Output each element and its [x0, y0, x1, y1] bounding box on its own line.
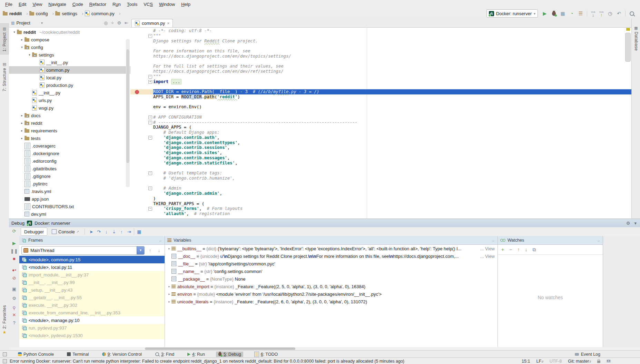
fold-marker-icon[interactable]: −: [148, 207, 152, 211]
editor-gutter[interactable]: [130, 54, 153, 59]
variable-row[interactable]: ▸absolute_import = {instance} _Feature: …: [165, 283, 498, 290]
fold-marker-icon[interactable]: +: [148, 80, 152, 84]
locate-icon[interactable]: ◎: [104, 20, 108, 26]
editor-gutter[interactable]: [130, 59, 153, 64]
add-watch-icon[interactable]: +: [501, 247, 504, 252]
step-into-my-code-icon[interactable]: ⇣: [110, 229, 118, 234]
readonly-lock-icon[interactable]: [597, 361, 600, 363]
commit-changes-icon[interactable]: VCS↑: [598, 10, 604, 17]
editor-line[interactable]: https://docs.djangoproject.com/en/dev/to…: [130, 54, 631, 59]
frame-row[interactable]: <module>, common.py:15: [19, 256, 165, 263]
fold-marker-icon[interactable]: ⌐: [148, 121, 152, 124]
menu-window[interactable]: Window: [156, 1, 178, 8]
editor-line[interactable]: [130, 110, 631, 115]
breadcrumb-item-reddit[interactable]: reddit: [3, 11, 28, 16]
editor-gutter[interactable]: [130, 155, 153, 161]
tool-tab-find[interactable]: 3: Find: [153, 352, 176, 357]
stop-icon[interactable]: ■: [9, 256, 19, 261]
frame-row[interactable]: <module>, local.py:11: [19, 263, 165, 271]
view-breakpoints-icon[interactable]: ●•: [9, 267, 19, 273]
tool-windows-icon[interactable]: [3, 352, 7, 356]
editor-line[interactable]: For more information on this file, see: [130, 49, 631, 54]
variable-row[interactable]: __name__ = {str} 'config.settings.common…: [165, 267, 498, 275]
tree-item-tests[interactable]: ▸tests: [9, 134, 130, 142]
tree-closed-arrow-icon[interactable]: ▸: [19, 121, 24, 125]
close-tab-icon[interactable]: ×: [167, 21, 169, 26]
settings-icon[interactable]: ⚙: [9, 296, 19, 301]
sidebar-item-structure[interactable]: ▤ 7: Structure: [0, 60, 9, 94]
pin-icon[interactable]: ⚲: [9, 305, 19, 311]
search-everywhere-icon[interactable]: [628, 10, 635, 17]
view-link[interactable]: ... View: [479, 252, 495, 260]
editor-gutter[interactable]: ⌐: [130, 120, 153, 125]
editor-gutter[interactable]: [130, 89, 153, 94]
menu-refactor[interactable]: Refactor: [86, 1, 109, 8]
editor-line[interactable]: +import ...: [130, 79, 631, 84]
expand-arrow-icon[interactable]: ▸: [167, 300, 171, 303]
editor-line[interactable]: [130, 181, 631, 186]
editor-line[interactable]: ⌐# -------------------------------------…: [130, 120, 631, 125]
tool-tab-todo[interactable]: 6: TODO: [252, 351, 280, 357]
encoding-widget[interactable]: UTF-8: [550, 359, 562, 364]
tree-item-production-py[interactable]: production.py: [9, 81, 130, 89]
mute-breakpoints-icon[interactable]: ⊘: [9, 275, 19, 281]
editor-line[interactable]: − 'crispy_forms', # Form layouts: [130, 206, 631, 211]
float-variables-icon[interactable]: →: [491, 238, 495, 242]
variable-row[interactable]: ▸environ = {module} <module 'environ' fr…: [165, 290, 498, 298]
tree-item-app-json[interactable]: app.json: [9, 195, 130, 203]
frame-row[interactable]: run, pydevd.py:937: [19, 324, 165, 332]
editor-line[interactable]: ⌐""": [130, 74, 631, 79]
pause-icon[interactable]: ❚❚: [9, 249, 19, 254]
editor-tab-common-py[interactable]: common.py ×: [131, 19, 173, 27]
tree-item-CONTRIBUTORS-txt[interactable]: CONTRIBUTORS.txt: [9, 203, 130, 210]
editor-gutter[interactable]: [130, 165, 153, 171]
tree-item-reddit[interactable]: ▾reddit ~/cookiecutter/reddit: [9, 28, 130, 36]
editor-gutter[interactable]: [130, 49, 153, 54]
recent-changes-icon[interactable]: ◷: [607, 10, 613, 17]
editor-gutter[interactable]: [130, 130, 153, 135]
editor-line[interactable]: [130, 84, 631, 89]
editor-gutter[interactable]: [130, 69, 153, 74]
run-dashboard-icon[interactable]: ☰: [577, 10, 584, 17]
frame-row[interactable]: execute, __init__.py:302: [19, 301, 165, 309]
line-separator-widget[interactable]: LF⇵: [536, 359, 543, 364]
editor-gutter[interactable]: [130, 196, 153, 201]
fold-marker-icon[interactable]: −: [148, 171, 152, 175]
rollback-icon[interactable]: ↶: [616, 10, 622, 17]
variable-row[interactable]: ▸unicode_literals = {instance} _Feature:…: [165, 298, 498, 305]
editor-gutter[interactable]: [130, 145, 153, 150]
editor-gutter[interactable]: [130, 39, 153, 44]
tool-tab-terminal[interactable]: Terminal: [65, 352, 91, 357]
editor-line[interactable]: APPS_DIR = ROOT_DIR.path('reddit'): [130, 94, 631, 100]
tree-item--dockerignore[interactable]: .dockerignore: [9, 150, 130, 157]
tree-open-arrow-icon[interactable]: ▾: [27, 53, 32, 57]
tree-item-requirements[interactable]: ▸requirements: [9, 127, 130, 134]
fold-marker-icon[interactable]: −: [148, 34, 152, 38]
editor-line[interactable]: [130, 165, 631, 171]
sidebar-item-database[interactable]: ▦ Database: [632, 21, 640, 55]
editor-line[interactable]: 'django.contrib.staticfiles',: [130, 161, 631, 166]
editor-line[interactable]: # -*- coding: utf-8 -*-: [130, 28, 631, 33]
sidebar-item-project[interactable]: ▥ 1: Project: [0, 23, 9, 55]
fold-marker-icon[interactable]: −: [148, 115, 152, 119]
editor-line[interactable]: − # Admin: [130, 186, 631, 191]
editor-line[interactable]: −""": [130, 33, 631, 39]
editor-line[interactable]: env = environ.Env(): [130, 104, 631, 110]
breadcrumb-item-settings[interactable]: settings: [55, 11, 83, 16]
frame-row[interactable]: execute_from_command_line, __init__.py:3…: [19, 309, 165, 316]
hide-debug-panel-icon[interactable]: ▾: [634, 221, 637, 226]
tree-closed-arrow-icon[interactable]: ▸: [19, 129, 24, 132]
move-up-icon[interactable]: ↑: [517, 247, 520, 252]
editor-gutter[interactable]: −: [130, 206, 153, 211]
tool-tab-debug[interactable]: 5: Debug: [216, 352, 243, 357]
profiler-icon[interactable]: ◔: [568, 10, 575, 17]
fold-marker-icon[interactable]: −: [148, 136, 152, 140]
editor-line[interactable]: For the full list of settings and their …: [130, 64, 631, 69]
editor-gutter[interactable]: [130, 150, 153, 155]
menu-help[interactable]: Help: [178, 1, 194, 8]
code-editor[interactable]: # -*- coding: utf-8 -*-−"""Django settin…: [130, 27, 631, 219]
editor-line[interactable]: 'django.contrib.messages',: [130, 155, 631, 161]
thread-dropdown-button[interactable]: ▼: [137, 246, 144, 254]
editor-gutter[interactable]: [130, 100, 153, 105]
thread-select[interactable]: MainThread ▼: [21, 246, 145, 255]
